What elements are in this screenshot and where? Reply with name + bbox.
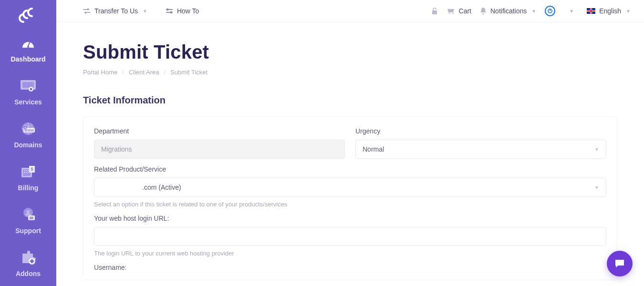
urgency-value: Normal [363,145,384,153]
urgency-label: Urgency [355,127,606,135]
svg-text:WWW: WWW [24,129,34,132]
breadcrumb-separator: / [164,69,166,76]
sidebar-item-dashboard[interactable]: Dashboard [0,28,56,71]
urgency-select[interactable]: Normal ▼ [355,140,606,159]
main-content: Submit Ticket Portal Home / Client Area … [56,22,644,286]
breadcrumb-portal-home[interactable]: Portal Home [83,69,117,76]
sidebar-item-addons[interactable]: Addons [0,242,56,285]
language-menu[interactable]: English ▼ [587,7,631,15]
breadcrumb-separator: / [122,69,124,76]
dashboard-icon [17,34,40,51]
sidebar-item-support[interactable]: Support [0,199,56,242]
howto-icon [166,8,173,14]
billing-icon: $ [17,163,40,180]
svg-rect-38 [550,9,551,11]
transfer-icon [83,8,91,14]
related-helper: Select an option if this ticket is relat… [94,201,606,208]
breadcrumb: Portal Home / Client Area / Submit Ticke… [83,69,617,76]
sidebar-label-services: Services [14,98,42,106]
svg-rect-25 [30,218,33,219]
sidebar-label-support: Support [15,227,41,235]
sidebar-item-services[interactable]: Services [0,71,56,113]
svg-rect-23 [28,215,35,220]
related-value: .com (Active) [142,184,181,191]
how-to-link[interactable]: How To [166,7,199,15]
chevron-down-icon: ▼ [143,9,147,14]
cart-link[interactable]: Cart [447,7,471,15]
related-label: Related Product/Service [94,165,606,173]
cart-label: Cart [459,7,471,15]
department-label: Department [94,127,345,135]
uk-flag-icon [587,8,595,14]
howto-label: How To [177,7,199,15]
chat-icon [614,258,625,269]
related-service-select[interactable]: .com (Active) ▼ [94,178,606,197]
transfer-to-us-menu[interactable]: Transfer To Us ▼ [83,7,147,15]
sidebar: Dashboard Services WWW Domains $ Billing… [0,0,56,286]
svg-point-0 [27,46,29,48]
svg-point-16 [24,172,25,173]
page-title: Submit Ticket [83,41,617,63]
svg-point-32 [170,11,173,14]
breadcrumb-client-area[interactable]: Client Area [129,69,159,76]
department-input: Migrations [94,140,345,159]
svg-rect-28 [30,261,34,262]
svg-point-36 [483,13,484,15]
services-icon [17,77,40,94]
lock-icon[interactable] [431,7,438,15]
svg-point-13 [24,170,25,171]
svg-rect-3 [22,82,34,88]
svg-rect-33 [432,10,437,14]
svg-rect-5 [30,88,32,90]
sidebar-item-domains[interactable]: WWW Domains [0,113,56,156]
svg-point-17 [26,172,27,173]
chevron-down-icon: ▼ [594,147,599,152]
cart-icon [447,8,455,14]
chevron-down-icon: ▼ [569,9,574,14]
account-power-button[interactable] [545,6,555,16]
chevron-down-icon: ▼ [626,9,631,14]
account-menu[interactable]: ▼ [564,9,578,14]
ticket-info-card: Department Migrations Urgency Normal ▼ R… [83,116,617,280]
svg-point-18 [28,172,29,173]
chevron-down-icon: ▼ [531,9,536,14]
svg-point-14 [26,170,27,171]
language-label: English [599,7,621,15]
topbar: Transfer To Us ▼ How To Cart Notificatio… [56,0,644,22]
svg-point-22 [27,210,30,213]
sidebar-label-domains: Domains [14,141,42,149]
support-icon [17,206,40,223]
svg-text:$: $ [31,167,33,172]
sidebar-item-billing[interactable]: $ Billing [0,156,56,199]
login-url-input[interactable] [94,227,606,246]
sidebar-label-dashboard: Dashboard [10,55,45,63]
bell-icon [480,7,487,15]
svg-point-31 [166,9,169,11]
sidebar-label-billing: Billing [18,184,39,192]
section-title: Ticket Information [83,95,617,106]
svg-point-35 [452,13,454,14]
svg-point-15 [28,170,29,171]
svg-rect-10 [25,127,26,129]
brand-logo[interactable] [0,7,56,24]
svg-rect-24 [30,217,33,218]
chat-fab[interactable] [607,251,633,276]
svg-point-34 [448,13,450,14]
sidebar-label-addons: Addons [16,270,41,277]
department-value: Migrations [101,145,132,153]
username-label: Username: [94,264,606,271]
notifications-menu[interactable]: Notifications ▼ [480,7,536,15]
chevron-down-icon: ▼ [594,185,599,190]
breadcrumb-current: Submit Ticket [170,69,208,76]
domains-icon: WWW [17,120,40,137]
notifications-label: Notifications [490,7,527,15]
addons-icon [17,249,40,266]
transfer-label: Transfer To Us [94,7,138,15]
login-url-label: Your web host login URL: [94,214,606,222]
login-url-helper: The login URL to your current web hostin… [94,250,606,257]
